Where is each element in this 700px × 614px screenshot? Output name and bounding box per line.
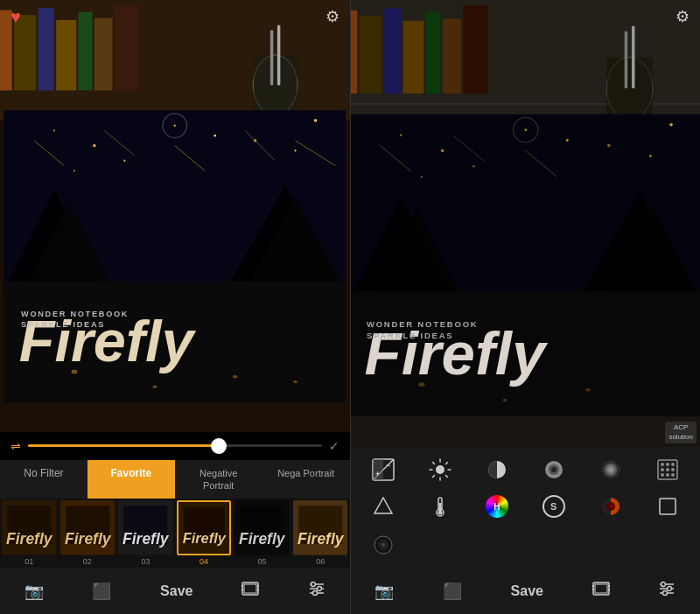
svg-point-92 <box>649 155 651 157</box>
svg-point-137 <box>666 463 669 466</box>
thumb-06[interactable]: Firefly 06 <box>291 499 350 568</box>
thumb-img-03: Firefly <box>118 500 173 555</box>
crop-btn[interactable] <box>641 491 693 522</box>
circle-dark-btn[interactable] <box>358 529 410 561</box>
svg-rect-77 <box>402 21 424 94</box>
svg-rect-64 <box>257 585 259 587</box>
vignette-btn[interactable] <box>584 454 636 485</box>
left-slider-area: ⇌ ✓ <box>0 432 350 460</box>
svg-point-164 <box>662 583 666 587</box>
slider-thumb[interactable] <box>211 438 227 454</box>
svg-text:Firefly: Firefly <box>122 530 170 548</box>
svg-point-90 <box>524 129 526 130</box>
left-film-button[interactable] <box>234 576 266 605</box>
svg-text:SPARKLE IDEAS: SPARKLE IDEAS <box>366 331 453 340</box>
svg-point-144 <box>671 473 675 477</box>
svg-point-111 <box>585 388 591 392</box>
svg-rect-159 <box>592 585 594 587</box>
svg-point-88 <box>399 134 401 136</box>
right-save-button[interactable]: Save <box>504 580 550 603</box>
svg-rect-158 <box>595 584 607 593</box>
thumbnail-strip: Firefly 01 Firefly 02 Firefly <box>0 499 350 568</box>
svg-rect-161 <box>608 585 610 587</box>
svg-point-91 <box>607 144 611 148</box>
svg-point-136 <box>661 463 664 466</box>
svg-point-109 <box>418 382 424 387</box>
contrast-btn[interactable] <box>471 454 522 485</box>
filter-slider[interactable] <box>28 444 322 447</box>
thumb-01[interactable]: Firefly 01 <box>0 499 59 568</box>
thumb-02[interactable]: Firefly 02 <box>59 499 117 568</box>
svg-point-71 <box>312 591 317 596</box>
svg-point-138 <box>671 463 675 466</box>
grain-btn[interactable] <box>358 491 410 522</box>
svg-point-168 <box>663 591 668 596</box>
texture-btn[interactable] <box>641 454 693 485</box>
exposure-btn[interactable]: + − <box>358 454 410 485</box>
svg-point-149 <box>438 511 442 515</box>
left-sliders-button[interactable] <box>301 577 332 604</box>
thumb-img-06: Firefly <box>293 500 348 555</box>
right-gear-icon[interactable]: ⚙ <box>676 7 690 26</box>
tab-negative-portrait[interactable]: NegativePortrait <box>175 460 262 499</box>
svg-rect-153 <box>660 499 676 514</box>
svg-point-16 <box>93 144 95 147</box>
thumb-img-02: Firefly <box>60 500 116 555</box>
svg-rect-10 <box>253 55 298 115</box>
svg-rect-63 <box>242 589 243 590</box>
svg-point-143 <box>666 473 669 477</box>
thumb-label-03: 03 <box>141 557 150 566</box>
svg-point-166 <box>668 587 672 591</box>
svg-text:WONDER NOTEBOOK: WONDER NOTEBOOK <box>366 319 478 329</box>
tab-no-filter[interactable]: No Filter <box>0 460 88 499</box>
left-camera-button[interactable]: 📷 <box>18 578 51 604</box>
svg-point-129 <box>551 467 556 472</box>
svg-point-21 <box>214 135 216 137</box>
saturation-btn[interactable]: S <box>528 491 579 522</box>
svg-rect-79 <box>442 18 460 94</box>
slider-fill <box>28 444 219 447</box>
thumb-label-06: 06 <box>316 557 325 566</box>
thumb-img-04: Firefly <box>177 500 232 555</box>
right-film-button[interactable] <box>585 576 617 605</box>
thumb-label-05: 05 <box>258 557 267 566</box>
svg-point-142 <box>661 473 664 477</box>
shuffle-icon[interactable]: ⇌ <box>10 439 21 453</box>
svg-rect-85 <box>631 26 634 88</box>
thumb-04[interactable]: Firefly 04 <box>175 499 234 568</box>
svg-point-23 <box>314 119 317 122</box>
thumb-05[interactable]: Firefly 05 <box>233 499 291 568</box>
svg-rect-162 <box>608 589 610 590</box>
temperature-btn[interactable] <box>414 491 466 522</box>
left-gear-icon[interactable]: ⚙ <box>326 7 340 27</box>
svg-point-93 <box>472 165 474 167</box>
svg-point-94 <box>565 139 568 142</box>
thumb-03[interactable]: Firefly 03 <box>116 499 175 568</box>
svg-point-140 <box>666 468 669 471</box>
right-folder-button[interactable]: ⬛ <box>436 578 469 604</box>
svg-line-123 <box>445 476 447 478</box>
right-camera-button[interactable]: 📷 <box>368 578 401 604</box>
left-save-button[interactable]: Save <box>153 580 200 603</box>
tab-negative-portrait2[interactable]: Nega Portrait <box>262 460 350 499</box>
svg-point-117 <box>436 465 444 474</box>
svg-point-152 <box>609 505 612 508</box>
svg-rect-11 <box>270 30 273 85</box>
check-icon[interactable]: ✓ <box>329 439 340 453</box>
left-panel: ♥ ⚙ <box>0 0 350 614</box>
svg-point-96 <box>669 123 673 127</box>
left-folder-button[interactable]: ⬛ <box>85 578 118 604</box>
left-top-icons: ♥ ⚙ <box>0 7 350 27</box>
hue-btn[interactable]: H <box>471 491 522 522</box>
orange-tint-btn[interactable] <box>584 491 636 522</box>
brightness-btn[interactable] <box>414 454 466 485</box>
right-bottom-toolbar: 📷 ⬛ Save <box>351 568 701 614</box>
thumb-label-02: 02 <box>83 557 92 566</box>
tab-favorite[interactable]: Favorite <box>88 460 175 499</box>
right-sliders-button[interactable] <box>651 577 682 604</box>
thumb-img-01: Firefly <box>2 500 57 555</box>
svg-point-40 <box>233 375 238 378</box>
heart-icon[interactable]: ♥ <box>10 7 21 27</box>
svg-text:+: + <box>375 470 380 478</box>
clarity-btn[interactable] <box>528 454 579 485</box>
